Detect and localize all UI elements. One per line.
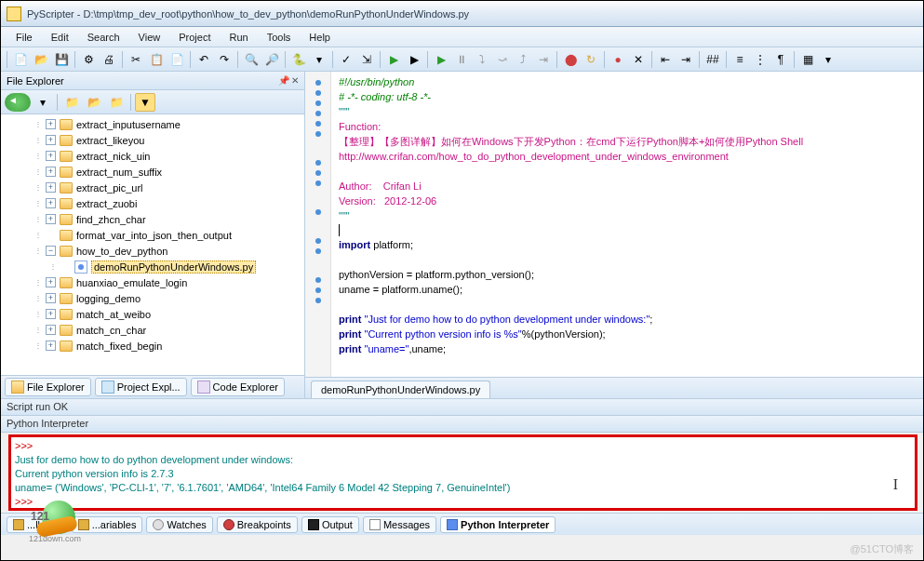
indent-right-icon[interactable]: ⇥ [676,50,695,69]
tree-folder-item[interactable]: ⋮+extract_inputusername [1,116,304,132]
bottom-tab-watches[interactable]: Watches [146,516,212,533]
step-over-icon[interactable]: ⤻ [493,50,512,69]
setup-icon[interactable]: ⚙ [79,50,98,69]
reinit-icon[interactable]: ↻ [582,50,600,69]
bottom-tab-breakpoints[interactable]: Breakpoints [217,516,298,533]
clear-bp-icon[interactable]: ✕ [629,50,648,69]
bottom-tab-messages[interactable]: Messages [363,516,436,533]
folder-up-icon[interactable]: 📁 [61,93,82,112]
copy-icon[interactable]: 📋 [147,50,166,69]
menu-run[interactable]: Run [220,30,257,45]
tab-file-explorer[interactable]: File Explorer [5,378,91,396]
expand-icon[interactable]: + [46,182,56,193]
run-icon[interactable]: ▶ [384,50,403,69]
bottom-tab-python-interpreter[interactable]: Python Interpreter [440,516,556,533]
line-numbers-icon[interactable]: ≡ [730,50,749,69]
print-icon[interactable]: 🖨 [100,50,118,69]
menu-search[interactable]: Search [78,30,129,45]
tree-folder-item[interactable]: ⋮−how_to_dev_python [1,243,304,259]
tree-folder-item[interactable]: ⋮+extract_num_suffix [1,164,304,180]
text-cursor-icon: I [893,478,898,491]
expand-icon[interactable]: + [46,167,56,177]
step-out-icon[interactable]: ⤴ [514,50,532,69]
import-icon[interactable]: ⇲ [357,50,376,69]
code-editor[interactable]: #!/usr/bin/python # -*- coding: utf-8 -*… [331,72,923,377]
expand-icon[interactable]: + [46,214,56,224]
redo-icon[interactable]: ↷ [215,50,234,69]
tree-folder-item[interactable]: ⋮+extract_nick_uin [1,148,304,164]
editor-gutter[interactable] [305,72,331,377]
tab-code-explorer[interactable]: Code Explorer [191,378,285,396]
tree-folder-item[interactable]: ⋮+extract_likeyou [1,132,304,148]
expand-icon[interactable]: + [46,325,56,335]
browse-path-icon[interactable]: 📂 [84,93,104,112]
msg-icon [369,519,381,530]
nav-dropdown-icon[interactable]: ▾ [33,93,53,112]
bottom-tab-output[interactable]: Output [301,516,359,533]
menu-view[interactable]: View [129,30,170,45]
expand-icon[interactable]: + [46,277,56,287]
tree-folder-item[interactable]: ⋮+match_at_weibo [1,306,304,322]
run-to-cursor-icon[interactable]: ⇥ [534,50,553,69]
special-chars-icon[interactable]: ⋮ [751,50,770,69]
tree-folder-item[interactable]: ⋮+find_zhcn_char [1,211,304,227]
menu-tools[interactable]: Tools [258,30,301,45]
side-tabs: File Explorer Project Expl... Code Explo… [1,375,304,399]
python-icon[interactable]: 🐍 [289,50,308,69]
expand-icon[interactable]: + [46,341,56,351]
folder-icon [60,325,73,336]
tree-folder-item[interactable]: ⋮format_var_into_json_then_output [1,227,304,243]
expand-icon[interactable]: + [46,198,56,208]
output-console[interactable]: >>> Just for demo how to do python devel… [8,434,917,511]
pause-icon[interactable]: ⏸ [452,50,471,69]
expand-icon[interactable]: + [46,119,56,129]
tree-folder-item[interactable]: ⋮+logging_demo [1,290,304,306]
tree-folder-item[interactable]: ⋮+extract_pic_url [1,180,304,195]
dropdown2-icon[interactable]: ▾ [819,50,837,69]
search-next-icon[interactable]: 🔎 [262,50,281,69]
tree-folder-item[interactable]: ⋮+extract_zuobi [1,195,304,211]
undo-icon[interactable]: ↶ [194,50,213,69]
close-panel-icon[interactable]: ✕ [291,75,299,86]
tree-folder-item[interactable]: ⋮+match_cn_char [1,322,304,338]
tab-project-explorer[interactable]: Project Expl... [95,378,187,396]
folder-icon [60,198,73,209]
stop-icon[interactable]: ⬤ [561,50,580,69]
search-icon[interactable]: 🔍 [242,50,261,69]
new-file-icon[interactable]: 📄 [11,50,30,69]
pin-icon[interactable]: 📌 [278,75,289,86]
interpreter-header: Python Interpreter [1,416,923,433]
expand-icon[interactable]: + [46,309,56,319]
python-file-icon [74,260,87,274]
expand-icon[interactable]: − [46,246,56,256]
menu-help[interactable]: Help [300,30,340,45]
dropdown-icon[interactable]: ▾ [310,50,328,69]
save-icon[interactable]: 💾 [52,50,71,69]
paragraph-icon[interactable]: ¶ [771,50,790,69]
cut-icon[interactable]: ✂ [127,50,145,69]
comment-icon[interactable]: ## [703,50,722,69]
menu-project[interactable]: Project [169,30,220,45]
debug-icon[interactable]: ▶ [432,50,450,69]
tree-folder-item[interactable]: ⋮+match_fixed_begin [1,338,304,354]
menu-edit[interactable]: Edit [42,30,78,45]
run-ext-icon[interactable]: ▶ [405,50,423,69]
editor-tab-file[interactable]: demoRunPythonUnderWindows.py [311,381,490,398]
expand-icon[interactable]: + [46,135,56,145]
layout-icon[interactable]: ▦ [798,50,817,69]
toggle-bp-icon[interactable]: ● [609,50,627,69]
paste-icon[interactable]: 📄 [167,50,186,69]
tree-file-item[interactable]: ⋮demoRunPythonUnderWindows.py [1,259,304,274]
expand-icon[interactable]: + [46,151,56,161]
syntax-check-icon[interactable]: ✓ [337,50,355,69]
open-file-icon[interactable]: 📂 [32,50,50,69]
expand-icon[interactable]: + [46,293,56,303]
menu-file[interactable]: File [7,30,42,45]
tree-folder-item[interactable]: ⋮+huanxiao_emulate_login [1,274,304,290]
refresh-tree-icon[interactable]: 📁 [106,93,127,112]
nav-back-icon[interactable] [5,93,31,112]
filter-icon[interactable]: ▼ [135,93,155,112]
indent-left-icon[interactable]: ⇤ [656,50,675,69]
step-into-icon[interactable]: ⤵ [473,50,491,69]
file-tree[interactable]: ⋮+extract_inputusername⋮+extract_likeyou… [1,114,304,375]
